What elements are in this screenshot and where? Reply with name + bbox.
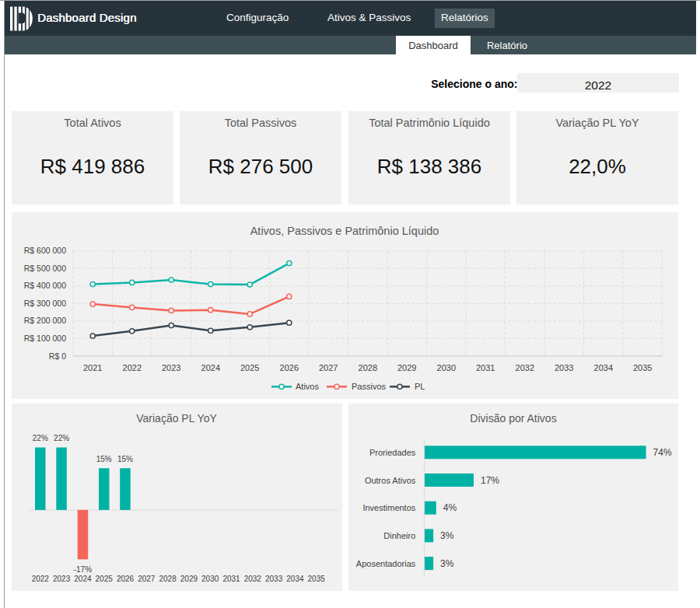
svg-text:2028: 2028 bbox=[159, 575, 177, 583]
svg-text:2031: 2031 bbox=[222, 575, 240, 583]
svg-text:Aposentadorias: Aposentadorias bbox=[356, 559, 416, 568]
svg-text:Dinheiro: Dinheiro bbox=[383, 531, 415, 540]
svg-text:Proriedades: Proriedades bbox=[369, 448, 416, 457]
svg-text:2030: 2030 bbox=[201, 575, 219, 583]
svg-text:Ativos, Passivos e Patrimônio: Ativos, Passivos e Patrimônio Líquido bbox=[250, 225, 439, 237]
svg-text:3%: 3% bbox=[440, 530, 454, 541]
svg-text:2029: 2029 bbox=[180, 575, 198, 583]
svg-text:2021: 2021 bbox=[83, 363, 102, 372]
svg-text:2027: 2027 bbox=[138, 575, 156, 583]
svg-text:2033: 2033 bbox=[265, 575, 283, 583]
svg-text:2024: 2024 bbox=[74, 575, 92, 583]
svg-text:2033: 2033 bbox=[555, 363, 573, 372]
svg-text:Investimentos: Investimentos bbox=[362, 503, 415, 512]
svg-text:2023: 2023 bbox=[53, 575, 71, 583]
svg-text:2031: 2031 bbox=[476, 363, 495, 372]
svg-text:17%: 17% bbox=[481, 475, 499, 486]
svg-text:R$ 200 000: R$ 200 000 bbox=[24, 316, 66, 325]
svg-text:15%: 15% bbox=[96, 455, 112, 463]
svg-text:Passivos: Passivos bbox=[352, 382, 387, 391]
svg-text:PL: PL bbox=[415, 382, 425, 391]
svg-text:Divisão por Ativos: Divisão por Ativos bbox=[470, 412, 556, 425]
svg-text:Outros Ativos: Outros Ativos bbox=[365, 476, 416, 485]
svg-text:2025: 2025 bbox=[240, 363, 259, 372]
svg-text:22%: 22% bbox=[33, 434, 48, 442]
svg-text:2028: 2028 bbox=[359, 363, 377, 372]
svg-text:2034: 2034 bbox=[594, 363, 613, 372]
svg-text:22%: 22% bbox=[54, 434, 69, 442]
svg-text:2032: 2032 bbox=[244, 575, 262, 583]
svg-text:2034: 2034 bbox=[286, 575, 304, 583]
svg-text:2032: 2032 bbox=[516, 363, 534, 372]
svg-text:2025: 2025 bbox=[96, 575, 114, 583]
svg-text:2022: 2022 bbox=[32, 575, 50, 583]
svg-text:2026: 2026 bbox=[117, 575, 135, 583]
svg-text:2026: 2026 bbox=[280, 363, 299, 372]
svg-text:2023: 2023 bbox=[162, 363, 180, 372]
svg-text:R$ 300 000: R$ 300 000 bbox=[24, 299, 66, 308]
svg-text:2022: 2022 bbox=[123, 363, 142, 372]
svg-text:3%: 3% bbox=[440, 558, 454, 569]
svg-text:R$ 600 000: R$ 600 000 bbox=[24, 246, 66, 255]
svg-text:4%: 4% bbox=[443, 502, 457, 513]
svg-text:Variação PL YoY: Variação PL YoY bbox=[136, 412, 217, 425]
svg-text:2035: 2035 bbox=[308, 575, 326, 583]
svg-text:R$ 500 000: R$ 500 000 bbox=[24, 264, 66, 273]
svg-text:2024: 2024 bbox=[201, 363, 220, 372]
svg-text:-17%: -17% bbox=[74, 565, 92, 574]
svg-text:Ativos: Ativos bbox=[296, 382, 319, 391]
svg-text:R$ 400 000: R$ 400 000 bbox=[24, 281, 66, 290]
svg-text:2027: 2027 bbox=[319, 363, 338, 372]
svg-text:2030: 2030 bbox=[437, 363, 456, 372]
svg-text:R$ 100 000: R$ 100 000 bbox=[24, 334, 66, 343]
svg-text:R$ 0: R$ 0 bbox=[49, 351, 66, 361]
svg-text:74%: 74% bbox=[653, 447, 672, 458]
svg-text:15%: 15% bbox=[117, 455, 133, 463]
svg-text:2029: 2029 bbox=[397, 363, 416, 372]
svg-text:2035: 2035 bbox=[633, 363, 652, 372]
